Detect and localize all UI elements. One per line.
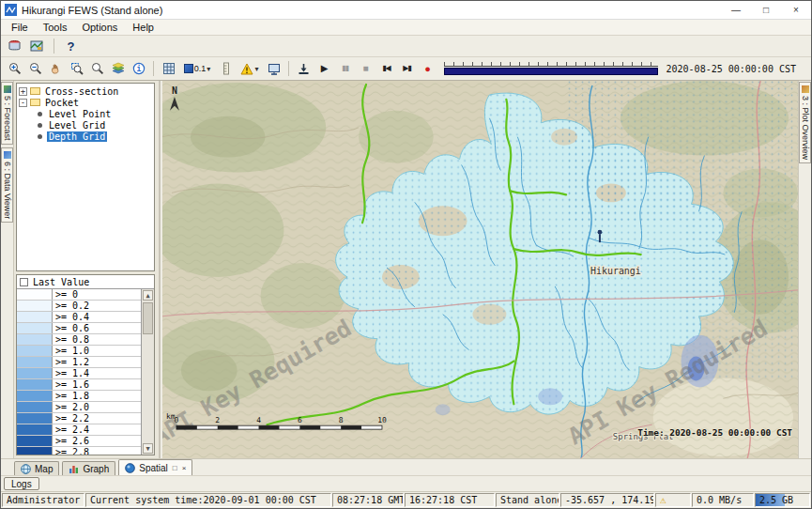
- last-frame-button[interactable]: ▶▮: [397, 59, 417, 78]
- tree-item-label[interactable]: Depth Grid: [47, 131, 107, 142]
- left-tab-strip: 5 : Forecast 6 : Data Viewer: [1, 81, 14, 458]
- legend-color-swatch: [17, 424, 53, 435]
- class-breaks-dropdown[interactable]: 0.1 ▾: [179, 59, 215, 78]
- tree-item-depth-grid[interactable]: Depth Grid: [36, 131, 154, 142]
- layers-icon[interactable]: [108, 59, 128, 78]
- svg-text:N: N: [172, 85, 177, 96]
- legend-color-swatch: [17, 368, 53, 378]
- zoom-in-icon[interactable]: [5, 59, 24, 78]
- map-toolbar: i 0.1 ▾ ▾ ▶ ▮▮ ■ ▮◀ ▶▮ ●: [1, 57, 811, 81]
- legend-table: >= 0>= 0.2>= 0.4>= 0.6>= 0.8>= 1.0>= 1.2…: [17, 289, 142, 455]
- tree-item-label[interactable]: Pocket: [43, 98, 81, 108]
- first-frame-button[interactable]: ▮◀: [376, 59, 396, 78]
- legend-row-label: >= 0: [53, 289, 81, 300]
- data-viewer-tab-icon: [4, 151, 11, 159]
- legend-row-label: >= 2.0: [53, 402, 92, 412]
- database-icon[interactable]: [5, 37, 24, 55]
- current-time-label: 2020-08-25 00:00:00 CST: [666, 64, 796, 74]
- menu-help[interactable]: Help: [125, 21, 161, 34]
- legend-scrollbar[interactable]: ▲ ▼: [142, 289, 154, 455]
- toolbar-separator: [288, 61, 289, 76]
- zoom-out-icon[interactable]: [25, 59, 45, 78]
- folder-icon: [30, 87, 40, 95]
- animation-display-icon[interactable]: [264, 59, 283, 78]
- scale-ruler-icon[interactable]: [216, 59, 236, 78]
- save-animation-icon[interactable]: [294, 59, 314, 78]
- tab-float-icon[interactable]: □: [173, 464, 177, 472]
- scroll-thumb[interactable]: [143, 302, 153, 334]
- tab-spatial[interactable]: Spatial □ ×: [118, 459, 192, 475]
- svg-text:6: 6: [298, 416, 302, 424]
- legend-color-swatch: [17, 402, 53, 412]
- grid-display-icon[interactable]: [159, 59, 178, 78]
- thresholds-warning-dropdown[interactable]: ▾: [237, 59, 263, 78]
- globe-icon: [21, 464, 31, 474]
- status-system-time: Current system time:2020-09-01 00:00 CST: [85, 493, 331, 507]
- legend-row: >= 1.6: [17, 379, 141, 391]
- time-slider-ticks: [444, 62, 658, 67]
- tab-close-icon[interactable]: ×: [182, 464, 187, 472]
- legend-row-label: >= 1.6: [53, 379, 92, 390]
- status-memory: 2.5 GB: [755, 493, 810, 507]
- toolbar-separator: [153, 61, 154, 76]
- layer-bullet-icon: [38, 112, 42, 116]
- sidebar-tab-forecast[interactable]: 5 : Forecast: [1, 82, 13, 145]
- record-button[interactable]: ●: [418, 59, 437, 78]
- time-slider-bar[interactable]: [444, 68, 658, 75]
- legend-color-swatch: [17, 346, 53, 356]
- zoom-box-icon[interactable]: [67, 59, 86, 78]
- tree-item-label[interactable]: Cross-section: [43, 86, 120, 97]
- close-button[interactable]: ×: [781, 1, 811, 19]
- sidebar-tab-data-viewer[interactable]: 6 : Data Viewer: [1, 147, 13, 223]
- display-tab-bar: Map Graph Spatial □ ×: [1, 458, 811, 475]
- maximize-button[interactable]: □: [751, 1, 781, 19]
- legend-row-label: >= 2.2: [53, 413, 92, 424]
- help-button[interactable]: ?: [61, 37, 81, 55]
- pause-button[interactable]: ▮▮: [335, 59, 355, 78]
- expand-icon[interactable]: +: [19, 87, 27, 96]
- menu-options[interactable]: Options: [74, 21, 125, 34]
- legend-row-label: >= 2.8: [53, 447, 92, 455]
- pan-hand-icon[interactable]: [46, 59, 66, 78]
- tree-item-level-grid[interactable]: Level Grid: [36, 119, 154, 131]
- tree-item-label[interactable]: Level Point: [47, 109, 113, 119]
- menu-tools[interactable]: Tools: [36, 21, 75, 34]
- map-canvas[interactable]: Hikurangi Springs Flat API Key Required …: [162, 81, 798, 458]
- legend-row: >= 2.2: [17, 413, 141, 424]
- legend-row-label: >= 0.8: [53, 334, 92, 345]
- info-icon[interactable]: i: [129, 59, 148, 78]
- scroll-up-icon[interactable]: ▲: [143, 290, 153, 301]
- tab-map[interactable]: Map: [14, 461, 59, 475]
- map-display-icon[interactable]: [27, 37, 47, 55]
- stop-button[interactable]: ■: [356, 59, 375, 78]
- zoom-extent-icon[interactable]: [87, 59, 107, 78]
- status-mode: Stand alone: [496, 493, 559, 507]
- tab-graph[interactable]: Graph: [62, 461, 115, 475]
- tree-item-pocket[interactable]: - Pocket: [17, 97, 154, 108]
- svg-text:2: 2: [215, 416, 220, 424]
- legend-row: >= 0.8: [17, 334, 141, 346]
- workspace: 5 : Forecast 6 : Data Viewer + Cross-sec…: [1, 81, 811, 458]
- collapse-icon[interactable]: -: [19, 99, 27, 107]
- sidebar-tab-plot-overview[interactable]: 3 : Plot Overview: [799, 82, 811, 163]
- legend-color-swatch: [17, 312, 53, 322]
- tree-item-cross-section[interactable]: + Cross-section: [17, 85, 154, 97]
- status-warning-cell[interactable]: ⚠: [655, 493, 691, 507]
- legend-row-label: >= 1.0: [53, 346, 92, 356]
- scroll-down-icon[interactable]: ▼: [143, 443, 153, 454]
- time-slider[interactable]: [444, 62, 658, 76]
- forecast-tab-icon: [4, 85, 11, 93]
- svg-text:8: 8: [339, 416, 344, 424]
- last-value-checkbox[interactable]: [20, 278, 28, 286]
- play-button[interactable]: ▶: [314, 59, 334, 78]
- legend-row-label: >= 1.4: [53, 368, 92, 378]
- minimize-button[interactable]: —: [721, 1, 751, 19]
- legend-color-swatch: [17, 391, 53, 401]
- tree-item-label[interactable]: Level Grid: [47, 120, 107, 131]
- logs-button[interactable]: Logs: [4, 477, 39, 490]
- legend-row-label: >= 0.4: [53, 312, 92, 322]
- tree-item-level-point[interactable]: Level Point: [36, 108, 154, 119]
- layer-bullet-icon: [38, 134, 42, 139]
- menu-file[interactable]: File: [4, 21, 36, 34]
- layer-bullet-icon: [38, 123, 42, 128]
